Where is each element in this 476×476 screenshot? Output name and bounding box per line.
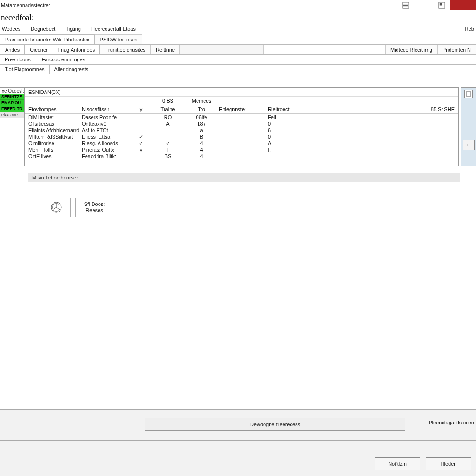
tab3-1[interactable]: Farccoc enmirnges [37,55,91,64]
table-cell: E iess_Ettsa [82,133,131,140]
menu-item-right[interactable]: Reb [465,26,474,32]
tab2-right-1[interactable]: Pridemten N [437,45,476,54]
col-4[interactable]: T:o [184,106,219,112]
tab2-blank [180,45,264,54]
table-cell: y [131,146,152,153]
tab4-1[interactable]: Ailer dnagrests [50,65,93,74]
col-1[interactable]: Nisocafitssir [82,106,131,112]
table-cell [131,153,152,159]
table-row[interactable]: OilsitiecsasOntteaxiv0A1870 [25,120,458,127]
rightpane-button[interactable]: IT [463,140,475,150]
col-5[interactable]: Ehiegnnste: [219,106,268,112]
col-2[interactable]: y [131,106,152,112]
close-button[interactable] [450,0,476,10]
table-cell: Feaodrira Biitk: [82,153,131,159]
table-cell [324,127,455,133]
footer-button-2[interactable]: Hleden [426,457,471,470]
window-icon-1[interactable] [397,0,414,10]
table-cell: 4 [184,146,219,153]
table-cell [219,140,268,146]
sidebar-header: xe Oitoesle [0,88,24,94]
data-table: ESNIDAN(0X) 0 BS Memecs Etovitompes Niso… [25,87,459,166]
table-row[interactable]: Eiiaints AfchhicernarrdAsf to ETOta6 [25,127,458,133]
table-cell: 0 [268,120,324,127]
window-icon-2[interactable] [433,0,450,10]
menu-item-0[interactable]: Wedees [2,26,20,32]
detail-text-box[interactable]: Sfl Doos: Reeses [75,198,113,217]
table-cell [324,140,455,146]
menu-item-2[interactable]: Tigting [66,26,81,32]
table-cell: ✓ [131,140,152,146]
detail-panel-header: Misin Tetrocthenrser [28,173,460,182]
tab2-4[interactable]: Reittrine [151,45,180,54]
table-cell [131,127,152,133]
table-cell: MeriT Tolfs [28,146,82,153]
col-6[interactable]: Rieitroect [268,106,324,112]
mercedes-star-icon [51,202,62,213]
svg-rect-3 [466,92,471,96]
table-cell: 4 [184,140,219,146]
subhdr-b: Memecs [184,98,219,104]
table-cell [324,146,455,153]
table-cell [219,153,268,159]
table-cell: Ontteaxiv0 [82,120,131,127]
app-subtitle: Matarcennadsstectre: [1,2,50,8]
tab2-right-0[interactable]: Midtece Rlecitiirrig [385,45,437,54]
table-cell [152,133,184,140]
table-row[interactable]: Milttorr RdSSiilttvsitlE iess_Ettsa✓B0 [25,133,458,140]
detail-line2: Reeses [86,207,103,213]
menu-item-3[interactable]: Heercosertall Etoas [91,26,136,32]
footer-right-label: Plirenctagailtkeccen [429,420,474,425]
col-0[interactable]: Etovitompes [28,106,82,112]
table-cell: Asf to ETOt [82,127,131,133]
table-cell: Oimiitrorise [28,140,82,146]
table-row[interactable]: OimiitroriseRiesg. A lioosds✓✓4A [25,140,458,146]
table-row[interactable]: DiMi itastetDasers PoonifeRO06ifeFeil [25,114,458,120]
rightpane-icon[interactable] [464,90,473,98]
table-row[interactable]: MeriT TolfsPineras: Outtxy]4[, [25,146,458,153]
table-cell: DiMi itastet [28,114,82,120]
col-3[interactable]: Traine [152,106,184,112]
menu-item-1[interactable]: Degnebect [31,26,55,32]
svg-rect-2 [440,3,442,5]
table-cell: 4 [184,153,219,159]
footer-button-1[interactable]: Nofitizm [375,457,420,470]
table-cell: Pineras: Outtx [82,146,131,153]
table-cell [324,114,455,120]
table-cell: 06ife [184,114,219,120]
table-cell [219,120,268,127]
table-cell: Dasers Poonife [82,114,131,120]
page-title: necedfoal: [0,10,476,23]
table-cell [324,133,455,140]
table-row[interactable]: OittE iivesFeaodrira Biitk:BS4 [25,153,458,159]
tab4-0[interactable]: T.ot Elagroomnes [0,65,50,74]
brand-logo-box[interactable] [42,198,71,217]
tab2-3[interactable]: Frunittee chusites [100,45,151,54]
table-cell: 0 [268,133,324,140]
sidebar-item-0[interactable]: SERINTZE [0,94,24,100]
footer-main-button[interactable]: Dewdogne fileerecess [145,418,405,431]
detail-line1: Sfl Doos: [84,201,105,207]
table-cell [324,120,455,127]
table-cell [219,146,268,153]
sidebar-item-1[interactable]: EMAIYOU [0,100,24,106]
tab2-1[interactable]: Oiconer [25,45,53,54]
sidebar-item-2[interactable]: FREED TO [0,106,24,112]
table-cell: A [152,120,184,127]
tab-psidw[interactable]: PSIDW ter inkes [95,34,143,44]
table-cell [152,127,184,133]
tab3-0[interactable]: Preentcons: [0,55,37,64]
table-cell [219,114,268,120]
table-cell: Eiiaints Afchhicernarrd [28,127,82,133]
tab2-2[interactable]: Imag Antonnoes [53,45,100,54]
table-cell: ✓ [152,140,184,146]
table-cell: ✓ [131,133,152,140]
sidebar-item-3[interactable]: etaazrire [0,112,24,118]
table-cell: Oilsitiecsas [28,120,82,127]
table-cell: a [184,127,219,133]
table-cell: [, [268,146,324,153]
table-cell [324,153,455,159]
table-title: ESNIDAN(0X) [28,89,61,95]
tab2-0[interactable]: Andes [0,45,25,54]
tab-paercorte[interactable]: Paer corte fefarcete: Witr Ribilleastex [0,34,95,44]
